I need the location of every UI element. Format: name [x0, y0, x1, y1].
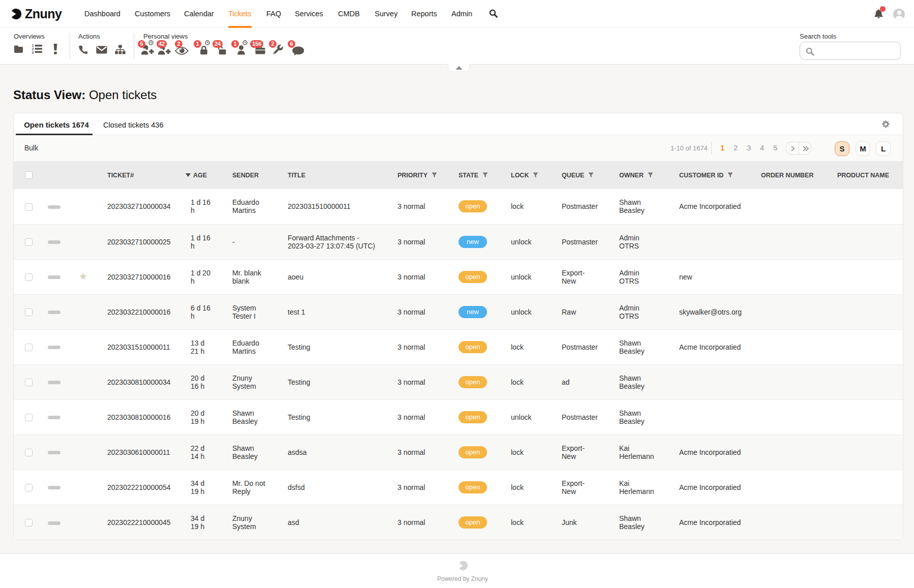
svg-text:3: 3	[32, 51, 34, 54]
